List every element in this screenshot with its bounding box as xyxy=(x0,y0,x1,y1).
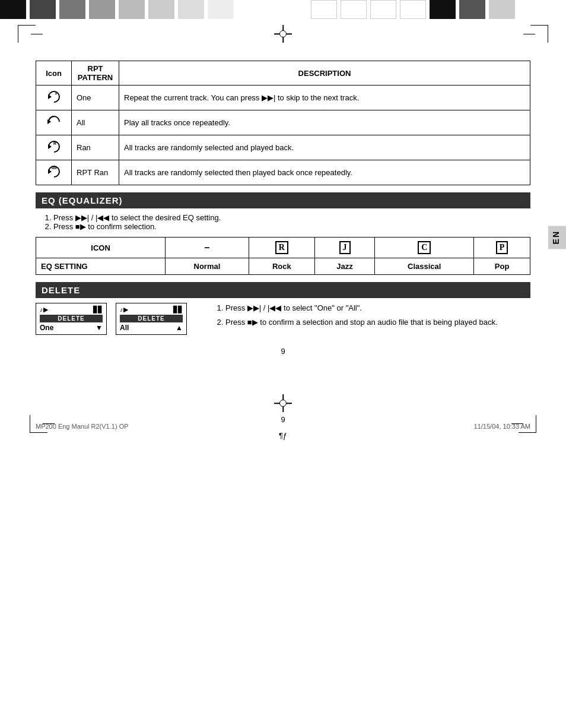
delete-instructions: Press ▶▶| / |◀◀ to select "One" or "All"… xyxy=(214,303,530,331)
swatch-6 xyxy=(148,0,174,19)
screen-all-top: ♪▶ ▊▊ xyxy=(120,306,183,314)
eq-section-header: EQ (EQUALIZER) xyxy=(36,192,530,208)
eq-col-pop: P xyxy=(474,238,530,258)
swatch-r2 xyxy=(341,0,367,19)
delete-screen-one: ♪▶ ▊▊ DELETE One ▼ xyxy=(36,303,107,335)
desc-one: Repeat the current track. You can press … xyxy=(119,86,530,110)
eq-normal: Normal xyxy=(166,258,249,275)
delete-screen-all: ♪▶ ▊▊ DELETE All ▲ xyxy=(116,303,187,335)
table-row: 1 One Repeat the current track. You can … xyxy=(36,86,530,110)
screen-battery-icon: ▊▊ xyxy=(93,306,103,314)
swatch-8 xyxy=(208,0,234,19)
desc-rptran: All tracks are randomly selected then pl… xyxy=(119,160,530,185)
bottom-crosshair xyxy=(274,394,292,412)
delete-section: ♪▶ ▊▊ DELETE One ▼ ♪▶ ▊▊ DELETE All ▲ xyxy=(36,303,530,335)
delete-bar-all: DELETE xyxy=(120,315,183,322)
eq-setting-label: EQ SETTING xyxy=(36,258,166,275)
top-bar-left xyxy=(0,0,255,19)
swatch-r6 xyxy=(459,0,485,19)
swatch-1 xyxy=(0,0,26,19)
col-rpt: RPT PATTERN xyxy=(72,61,119,86)
col-desc: DESCRIPTION xyxy=(119,61,530,86)
table-row: All Play all tracks once repeatedly. xyxy=(36,110,530,135)
delete-screens: ♪▶ ▊▊ DELETE One ▼ ♪▶ ▊▊ DELETE All ▲ xyxy=(36,303,202,335)
main-content: Icon RPT PATTERN DESCRIPTION 1 One Repea… xyxy=(0,55,566,335)
screen-one-arrow: ▼ xyxy=(96,324,103,332)
swatch-5 xyxy=(119,0,145,19)
eq-table: ICON – R J C P EQ SETTING Normal xyxy=(36,237,530,275)
pattern-ran: Ran xyxy=(72,135,119,160)
center-crosshair xyxy=(274,25,292,43)
delete-section-header: DELETE xyxy=(36,282,530,298)
svg-marker-0 xyxy=(48,94,52,99)
footer-page: 9 xyxy=(281,415,285,424)
svg-text:R: R xyxy=(53,141,56,145)
desc-ran: All tracks are randomly selected and pla… xyxy=(119,135,530,160)
eq-col-classical: C xyxy=(375,238,474,258)
swatch-r1 xyxy=(311,0,337,19)
swatch-r5 xyxy=(430,0,456,19)
bottom-section: MP200 Eng Manul R2(V1.1) OP 9 11/15/04, … xyxy=(0,368,566,445)
screen-battery-icon-2: ▊▊ xyxy=(173,306,183,314)
delete-instruction-1: Press ▶▶| / |◀◀ to select "One" or "All"… xyxy=(225,303,530,314)
en-sidebar-label: EN xyxy=(548,226,566,249)
page-number: 9 xyxy=(0,347,566,356)
screen-one-value: One xyxy=(40,324,53,332)
pilcrow-symbol: ¶ƒ xyxy=(279,431,287,440)
delete-instruction-2: Press ■▶ to confirm a selection and stop… xyxy=(225,317,530,328)
svg-text:RR: RR xyxy=(52,166,57,170)
swatch-r3 xyxy=(370,0,396,19)
screen-all-bottom: All ▲ xyxy=(120,324,183,332)
svg-text:1: 1 xyxy=(55,90,58,96)
svg-marker-5 xyxy=(48,169,52,174)
icon-cell: 1 xyxy=(36,86,72,110)
eq-col-jazz: J xyxy=(314,238,374,258)
footer-right: 11/15/04, 10:33 AM xyxy=(474,423,530,430)
repeat-table: Icon RPT PATTERN DESCRIPTION 1 One Repea… xyxy=(36,61,530,185)
svg-marker-3 xyxy=(48,144,52,149)
pattern-one: One xyxy=(72,86,119,110)
eq-settings-row: EQ SETTING Normal Rock Jazz Classical Po… xyxy=(36,258,530,275)
table-row: RR RPT Ran All tracks are randomly selec… xyxy=(36,160,530,185)
footer-left: MP200 Eng Manul R2(V1.1) OP xyxy=(36,423,129,430)
col-icon: Icon xyxy=(36,61,72,86)
screen-note-icon: ♪▶ xyxy=(40,306,48,314)
eq-col-icon: ICON xyxy=(36,238,166,258)
top-bar-right xyxy=(311,0,566,19)
top-bar-spacer xyxy=(255,0,311,19)
delete-instructions-list: Press ▶▶| / |◀◀ to select "One" or "All"… xyxy=(214,303,530,328)
swatch-4 xyxy=(89,0,115,19)
corner-marks-top xyxy=(0,19,566,55)
repeat-rptran-icon: RR xyxy=(46,163,62,180)
repeat-ran-icon: R xyxy=(46,138,62,155)
eq-instruction-2: Press ■▶ to confirm selection. xyxy=(53,222,530,231)
swatch-r7 xyxy=(489,0,515,19)
top-color-bar xyxy=(0,0,566,19)
eq-pop: Pop xyxy=(474,258,530,275)
eq-instructions: Press ▶▶| / |◀◀ to select the desired EQ… xyxy=(36,213,530,231)
eq-col-rock: R xyxy=(249,238,314,258)
eq-rock: Rock xyxy=(249,258,314,275)
repeat-all-icon xyxy=(46,113,62,130)
screen-all-arrow: ▲ xyxy=(176,324,183,332)
eq-col-normal: – xyxy=(166,238,249,258)
repeat-one-icon: 1 xyxy=(46,88,62,105)
icon-cell: R xyxy=(36,135,72,160)
swatch-2 xyxy=(30,0,56,19)
icon-cell xyxy=(36,110,72,135)
delete-bar-one: DELETE xyxy=(40,315,103,322)
screen-note-icon-2: ♪▶ xyxy=(120,306,128,314)
pattern-all: All xyxy=(72,110,119,135)
icon-cell: RR xyxy=(36,160,72,185)
reg-line-tl xyxy=(31,34,43,34)
reg-line-tr xyxy=(523,34,535,34)
eq-instruction-1: Press ▶▶| / |◀◀ to select the desired EQ… xyxy=(53,213,530,222)
pattern-rptran: RPT Ran xyxy=(72,160,119,185)
table-row: R Ran All tracks are randomly selected a… xyxy=(36,135,530,160)
eq-jazz: Jazz xyxy=(314,258,374,275)
swatch-7 xyxy=(178,0,204,19)
eq-classical: Classical xyxy=(375,258,474,275)
swatch-r4 xyxy=(400,0,426,19)
desc-all: Play all tracks once repeatedly. xyxy=(119,110,530,135)
screen-all-value: All xyxy=(120,324,129,332)
